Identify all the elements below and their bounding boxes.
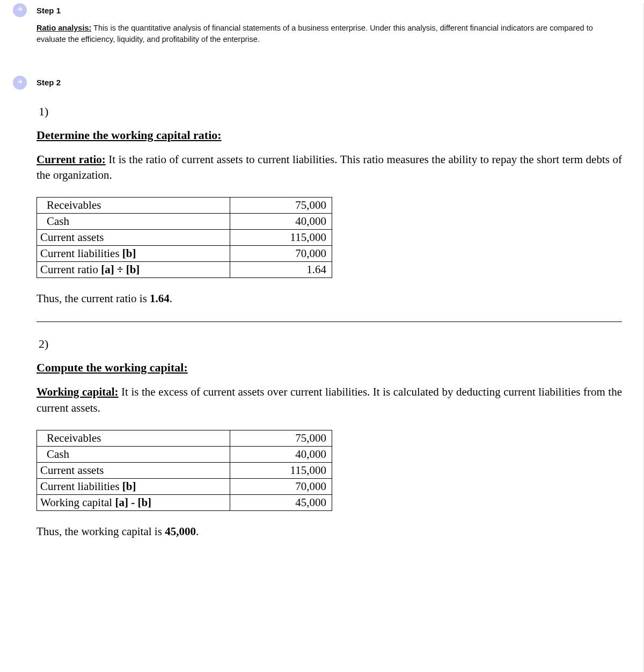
working-capital-table: Receivables75,000Cash40,000Current asset… [36, 430, 332, 511]
working-capital-term: Working capital: [36, 385, 119, 398]
row-label: Working capital [a] - [b] [37, 495, 230, 511]
row-label: Current assets [37, 230, 230, 246]
row-value: 70,000 [230, 246, 332, 262]
ratio-analysis-term: Ratio analysis: [36, 24, 91, 32]
row-value: 70,000 [230, 479, 332, 495]
current-ratio-term: Current ratio: [36, 153, 106, 166]
table-row: Cash40,000 [37, 447, 332, 463]
row-label: Cash [37, 447, 230, 463]
row-value: 115,000 [230, 463, 332, 479]
row-value: 115,000 [230, 230, 332, 246]
step2-content: 1) Determine the working capital ratio: … [36, 90, 622, 539]
current-ratio-table: Receivables75,000Cash40,000Current asset… [36, 197, 332, 278]
row-label: Receivables [37, 198, 230, 214]
row-value: 40,000 [230, 214, 332, 230]
part2-marker: 2) [39, 337, 622, 351]
row-label: Current liabilities [b] [37, 479, 230, 495]
working-capital-text: It is the excess of current assets over … [36, 385, 622, 414]
conclude-pre: Thus, the working capital is [36, 525, 165, 538]
part1-heading: Determine the working capital ratio: [36, 128, 622, 142]
row-label: Current assets [37, 463, 230, 479]
row-value: 1.64 [230, 262, 332, 278]
ratio-analysis-text: This is the quantitative analysis of fin… [36, 24, 593, 43]
table-row: Receivables75,000 [37, 198, 332, 214]
row-value: 45,000 [230, 495, 332, 511]
table-row: Current assets115,000 [37, 230, 332, 246]
conclude-post: . [170, 292, 172, 305]
table-row: Current assets115,000 [37, 463, 332, 479]
row-value: 75,000 [230, 430, 332, 447]
table-row: Current liabilities [b]70,000 [37, 246, 332, 262]
section-divider [36, 322, 622, 322]
conclude-val: 1.64 [150, 292, 170, 305]
current-ratio-conclusion: Thus, the current ratio is 1.64. [36, 292, 622, 305]
table-body: Receivables75,000Cash40,000Current asset… [37, 198, 332, 278]
current-ratio-def: Current ratio: It is the ratio of curren… [36, 152, 622, 184]
step1-content: Ratio analysis: This is the quantitative… [36, 23, 622, 45]
step1-header: Step 1 [13, 3, 643, 17]
table-row: Current ratio [a] ÷ [b]1.64 [37, 262, 332, 278]
current-ratio-text: It is the ratio of current assets to cur… [36, 153, 622, 181]
table-body: Receivables75,000Cash40,000Current asset… [37, 430, 332, 511]
step2-header: Step 2 [13, 76, 643, 90]
conclude-val: 45,000 [165, 525, 196, 538]
step1-label: Step 1 [36, 6, 61, 15]
conclude-post: . [196, 525, 199, 538]
part2-heading: Compute the working capital: [36, 361, 622, 375]
table-row: Receivables75,000 [37, 430, 332, 447]
conclude-pre: Thus, the current ratio is [36, 292, 150, 305]
step1-badge[interactable] [13, 3, 27, 17]
ratio-analysis-intro: Ratio analysis: This is the quantitative… [36, 23, 622, 45]
step2-label: Step 2 [36, 78, 61, 87]
row-label: Current liabilities [b] [37, 246, 230, 262]
working-capital-def: Working capital: It is the excess of cur… [36, 384, 622, 416]
table-row: Cash40,000 [37, 214, 332, 230]
page: Step 1 Ratio analysis: This is the quant… [0, 3, 644, 672]
row-value: 40,000 [230, 447, 332, 463]
arrow-right-icon [16, 78, 24, 87]
table-row: Current liabilities [b]70,000 [37, 479, 332, 495]
table-row: Working capital [a] - [b]45,000 [37, 495, 332, 511]
row-label: Current ratio [a] ÷ [b] [37, 262, 230, 278]
row-label: Receivables [37, 430, 230, 447]
part1-marker: 1) [39, 105, 622, 119]
working-capital-conclusion: Thus, the working capital is 45,000. [36, 525, 622, 538]
step2-badge[interactable] [13, 76, 27, 90]
arrow-right-icon [16, 5, 24, 15]
row-value: 75,000 [230, 198, 332, 214]
row-label: Cash [37, 214, 230, 230]
